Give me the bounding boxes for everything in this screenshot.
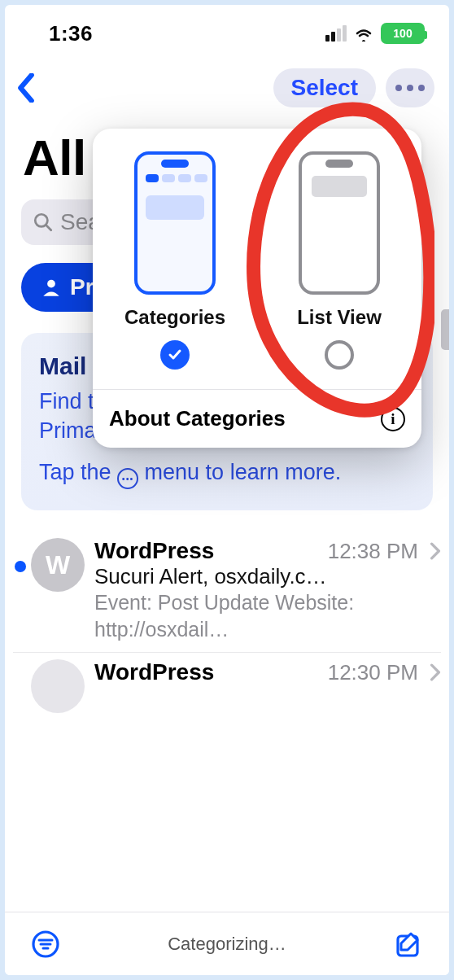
status-indicators: 100 [325, 23, 425, 44]
search-icon [33, 212, 54, 233]
info-icon: i [381, 407, 405, 431]
ellipsis-icon [395, 85, 402, 91]
mail-item[interactable]: WordPress 12:30 PM [13, 652, 441, 723]
about-categories-label: About Categories [109, 406, 286, 431]
more-button[interactable] [386, 68, 434, 107]
view-mode-popup: Categories List View About Categories i [93, 129, 421, 448]
ellipsis-inline-icon [117, 468, 138, 489]
option-label: Categories [124, 306, 225, 329]
chevron-left-icon [15, 73, 37, 103]
view-option-categories[interactable]: Categories [93, 129, 257, 389]
bottom-toolbar: Categorizing… [5, 912, 449, 975]
filter-button[interactable] [26, 925, 65, 964]
select-button[interactable]: Select [273, 68, 377, 107]
mail-list: W WordPress 12:38 PM Sucuri Alert, osxda… [5, 528, 449, 723]
list-preview-icon [299, 151, 380, 295]
scrollbar-thumb[interactable] [441, 309, 449, 350]
mail-time: 12:38 PM [328, 539, 418, 564]
compose-button[interactable] [389, 925, 428, 964]
mail-time: 12:30 PM [328, 660, 418, 685]
status-bar: 1:36 100 [5, 5, 449, 54]
chevron-right-icon [430, 542, 441, 560]
mail-item[interactable]: W WordPress 12:38 PM Sucuri Alert, osxda… [13, 532, 441, 652]
avatar: W [31, 538, 85, 592]
compose-icon [393, 929, 424, 960]
cellular-icon [325, 25, 347, 42]
person-icon [41, 277, 62, 298]
mail-subject: Sucuri Alert, osxdaily.c… [94, 564, 441, 589]
wifi-icon [353, 25, 374, 42]
about-categories-row[interactable]: About Categories i [93, 390, 421, 448]
categories-preview-icon [134, 151, 216, 295]
avatar [31, 659, 85, 713]
option-label: List View [297, 306, 382, 329]
nav-bar: Select [5, 54, 449, 112]
mail-preview: Event: Post Update Website: http://osxda… [94, 589, 441, 642]
radio-unchecked-icon [325, 340, 354, 370]
svg-point-2 [47, 280, 55, 288]
radio-checked-icon [160, 340, 190, 370]
filter-icon [30, 929, 61, 960]
unread-dot-icon [15, 561, 26, 572]
chevron-right-icon [430, 663, 441, 681]
toolbar-status: Categorizing… [168, 934, 286, 955]
info-card-text-2: Tap the menu to learn more. [39, 457, 415, 489]
back-button[interactable] [15, 72, 47, 104]
mail-sender: WordPress [94, 538, 214, 564]
status-time: 1:36 [49, 21, 93, 46]
battery-icon: 100 [381, 23, 425, 44]
view-option-list[interactable]: List View [257, 129, 421, 389]
mail-sender: WordPress [94, 659, 214, 685]
svg-line-1 [46, 225, 51, 230]
